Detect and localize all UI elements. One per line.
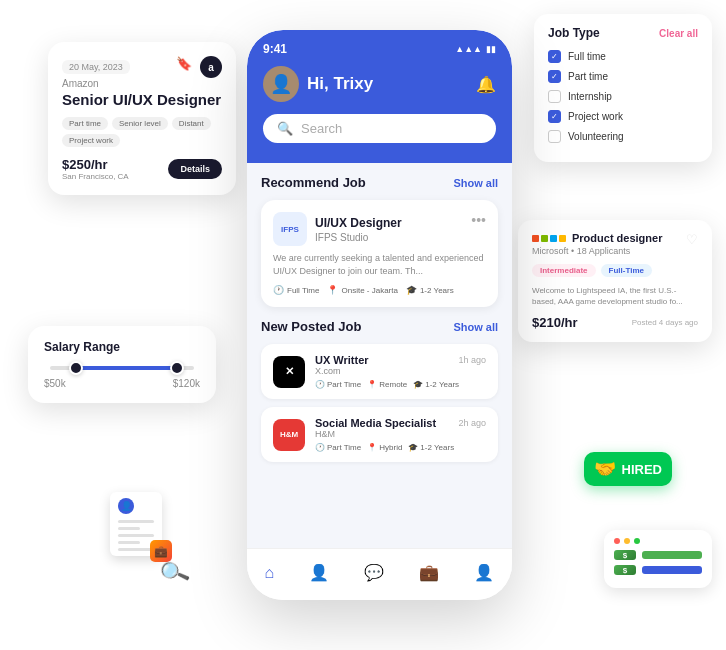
salary-labels: $50k $120k xyxy=(44,378,200,389)
ux-writer-info: UX Writter 1h ago X.com 🕐 Part Time 📍 Re… xyxy=(315,354,486,389)
tag-fulltime: Full-Time xyxy=(601,264,652,277)
hired-badge: 🤝 HIRED xyxy=(584,452,672,486)
resume-avatar: 👤 xyxy=(118,498,134,514)
social-media-type: 🕐 Part Time xyxy=(315,443,361,452)
social-media-meta: 🕐 Part Time 📍 Hybrid 🎓 1-2 Years xyxy=(315,443,486,452)
money-row-1: $ xyxy=(614,550,702,560)
social-media-time: 2h ago xyxy=(458,418,486,428)
money-row-2: $ xyxy=(614,565,702,575)
hired-label: HIRED xyxy=(622,462,662,477)
salary: $250/hr xyxy=(62,157,129,172)
phone-header: 9:41 ▲▲▲ ▮▮ 👤 Hi, Trixy 🔔 🔍 Search xyxy=(247,30,512,163)
pd-company: Microsoft • 18 Applicants xyxy=(532,246,662,256)
salary-range-title: Salary Range xyxy=(44,340,200,354)
clock-icon: 🕐 xyxy=(273,285,284,295)
checkbox-volunteering[interactable] xyxy=(548,130,561,143)
job-type-projectwork[interactable]: Project work xyxy=(548,110,698,123)
bell-icon[interactable]: 🔔 xyxy=(476,75,496,94)
ux-writer-location: 📍 Remote xyxy=(367,380,407,389)
details-button[interactable]: Details xyxy=(168,159,222,179)
recommend-section-header: Recommend Job Show all xyxy=(261,175,498,190)
bottom-nav: ⌂ 👤 💬 💼 👤 xyxy=(247,548,512,600)
job-item-ux-writer[interactable]: ✕ UX Writter 1h ago X.com 🕐 Part Time 📍 … xyxy=(261,344,498,399)
nav-profile-icon[interactable]: 👤 xyxy=(474,563,494,582)
user-avatar: 👤 xyxy=(263,66,299,102)
recommend-title: Recommend Job xyxy=(261,175,366,190)
search-bar[interactable]: 🔍 Search xyxy=(263,114,496,143)
nav-briefcase-icon[interactable]: 💼 xyxy=(419,563,439,582)
resume-line-5 xyxy=(118,548,154,551)
resume-icon: 👤 💼 🔍 xyxy=(110,492,180,572)
greeting-text: Hi, Trixy xyxy=(307,74,476,94)
clear-all-button[interactable]: Clear all xyxy=(659,28,698,39)
pin-icon: 📍 xyxy=(327,285,338,295)
status-icons: ▲▲▲ ▮▮ xyxy=(455,44,496,54)
pd-tags: Intermediate Full-Time xyxy=(532,264,698,277)
featured-job-meta: 🕐 Full Time 📍 Onsite - Jakarta 🎓 1-2 Yea… xyxy=(273,285,486,295)
salary-max: $120k xyxy=(173,378,200,389)
tag-intermediate: Intermediate xyxy=(532,264,596,277)
ux-writer-exp: 🎓 1-2 Years xyxy=(413,380,459,389)
tag-distant: Distant xyxy=(172,117,211,130)
nav-users-icon[interactable]: 👤 xyxy=(309,563,329,582)
exp-icon: 🎓 xyxy=(406,285,417,295)
salary-thumb-min[interactable] xyxy=(69,361,83,375)
pd-title: Product designer xyxy=(572,232,662,244)
meta-exp: 🎓 1-2 Years xyxy=(406,285,454,295)
job-type-internship[interactable]: Internship xyxy=(548,90,698,103)
exp-icon-3: 🎓 xyxy=(408,443,418,452)
job-type-parttime[interactable]: Part time xyxy=(548,70,698,83)
label-volunteering: Volunteering xyxy=(568,131,624,142)
social-media-info: Social Media Specialist 2h ago H&M 🕐 Par… xyxy=(315,417,486,452)
nav-home-icon[interactable]: ⌂ xyxy=(265,564,275,582)
ux-writer-type: 🕐 Part Time xyxy=(315,380,361,389)
new-posted-show-all[interactable]: Show all xyxy=(453,321,498,333)
pd-price: $210/hr xyxy=(532,315,578,330)
meta-location: 📍 Onsite - Jakarta xyxy=(327,285,397,295)
greeting-row: 👤 Hi, Trixy 🔔 xyxy=(263,66,496,102)
dollar-icon-1: $ xyxy=(614,550,636,560)
recommend-show-all[interactable]: Show all xyxy=(453,177,498,189)
featured-job-company: IFPS Studio xyxy=(315,232,402,243)
job-tags: Part time Senior level Distant Project w… xyxy=(62,117,222,147)
heart-icon[interactable]: ♡ xyxy=(686,232,698,247)
nav-chat-icon[interactable]: 💬 xyxy=(364,563,384,582)
checkbox-projectwork[interactable] xyxy=(548,110,561,123)
pin-icon-3: 📍 xyxy=(367,443,377,452)
label-internship: Internship xyxy=(568,91,612,102)
new-posted-title: New Posted Job xyxy=(261,319,361,334)
social-media-company: H&M xyxy=(315,429,486,439)
job-title: Senior UI/UX Designer xyxy=(62,91,222,109)
job-type-volunteering[interactable]: Volunteering xyxy=(548,130,698,143)
salary-thumb-max[interactable] xyxy=(170,361,184,375)
checkbox-internship[interactable] xyxy=(548,90,561,103)
checkbox-fulltime[interactable] xyxy=(548,50,561,63)
more-icon[interactable]: ••• xyxy=(471,212,486,228)
amazon-job-card: 🔖 a 20 May, 2023 Amazon Senior UI/UX Des… xyxy=(48,42,236,195)
featured-job-top: IFPS UI/UX Designer IFPS Studio ••• xyxy=(273,212,486,246)
tag-parttime: Part time xyxy=(62,117,108,130)
label-fulltime: Full time xyxy=(568,51,606,62)
job-type-fulltime[interactable]: Full time xyxy=(548,50,698,63)
bookmark-icon[interactable]: 🔖 xyxy=(176,56,192,71)
ux-writer-company: X.com xyxy=(315,366,486,376)
featured-job-desc: We are currently seeking a talented and … xyxy=(273,252,486,277)
tag-project: Project work xyxy=(62,134,120,147)
pd-footer: $210/hr Posted 4 days ago xyxy=(532,315,698,330)
status-bar: 9:41 ▲▲▲ ▮▮ xyxy=(263,42,496,56)
meta-type: 🕐 Full Time xyxy=(273,285,319,295)
salary-range-card: Salary Range $50k $120k xyxy=(28,326,216,403)
pd-description: Welcome to Lightspeed IA, the first U.S.… xyxy=(532,285,698,307)
clock-icon-2: 🕐 xyxy=(315,380,325,389)
job-type-title: Job Type xyxy=(548,26,600,40)
pin-icon-2: 📍 xyxy=(367,380,377,389)
search-icon: 🔍 xyxy=(277,121,293,136)
job-date: 20 May, 2023 xyxy=(62,60,130,74)
pd-posted: Posted 4 days ago xyxy=(632,318,698,327)
label-projectwork: Project work xyxy=(568,111,623,122)
job-item-social-media[interactable]: H&M Social Media Specialist 2h ago H&M 🕐… xyxy=(261,407,498,462)
salary-min: $50k xyxy=(44,378,66,389)
featured-job-card[interactable]: IFPS UI/UX Designer IFPS Studio ••• We a… xyxy=(261,200,498,307)
salary-slider[interactable] xyxy=(50,366,194,370)
checkbox-parttime[interactable] xyxy=(548,70,561,83)
